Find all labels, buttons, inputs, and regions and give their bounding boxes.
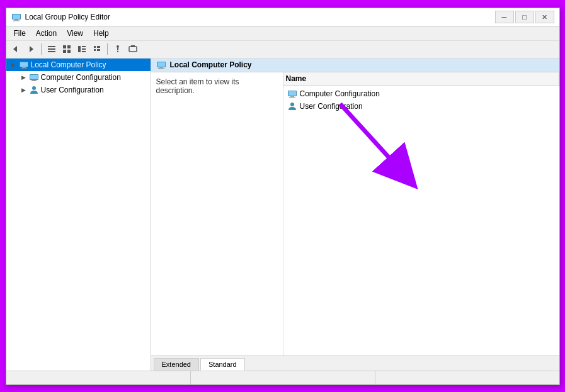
svg-rect-24 (129, 47, 137, 52)
svg-point-34 (32, 86, 36, 90)
close-button[interactable]: ✕ (535, 11, 554, 23)
menu-action[interactable]: Action (31, 28, 62, 39)
status-section-1 (6, 371, 191, 384)
description-text: Select an item to view its description. (156, 77, 239, 95)
user-config-expander[interactable]: ▶ (19, 85, 29, 95)
svg-rect-22 (117, 48, 118, 50)
svg-rect-27 (20, 62, 28, 67)
user-config-list-icon (287, 101, 297, 111)
name-column: Name (283, 72, 559, 356)
maximize-button[interactable]: □ (515, 11, 534, 23)
svg-rect-17 (94, 46, 96, 48)
right-body-wrapper: Select an item to view its description. … (151, 72, 559, 356)
tree-computer-config[interactable]: ▶ Computer Configuration (6, 71, 151, 84)
svg-rect-10 (67, 45, 71, 48)
svg-rect-21 (117, 45, 119, 48)
help-icon (113, 45, 122, 53)
menu-help[interactable]: Help (88, 28, 114, 39)
main-content: ▶ Local Computer Policy ▶ (6, 59, 559, 371)
view-details-icon (47, 45, 56, 53)
computer-list-icon (288, 89, 297, 98)
svg-rect-13 (78, 46, 81, 52)
svg-rect-23 (117, 51, 118, 52)
menu-view[interactable]: View (62, 28, 88, 39)
status-section-3 (375, 371, 559, 384)
view-list-icon (62, 45, 71, 53)
description-column: Select an item to view its description. (151, 72, 283, 356)
view-details-button[interactable] (45, 42, 59, 56)
view-list-button[interactable] (60, 42, 74, 56)
user-icon (30, 86, 38, 94)
right-panel: Local Computer Policy Select an item to … (151, 59, 559, 371)
right-header-policy-icon (157, 60, 166, 69)
tree-root[interactable]: ▶ Local Computer Policy (6, 59, 151, 71)
computer-config-label: Computer Configuration (41, 73, 121, 82)
svg-rect-36 (157, 62, 165, 67)
main-window: Local Group Policy Editor ─ □ ✕ File Act… (6, 8, 560, 385)
right-header-icon (156, 60, 166, 70)
toolbar (6, 41, 559, 59)
right-header-title: Local Computer Policy (170, 60, 252, 69)
svg-rect-42 (289, 97, 295, 98)
svg-rect-3 (13, 21, 20, 21)
right-body: Select an item to view its description. … (151, 72, 559, 356)
root-label: Local Computer Policy (31, 60, 106, 69)
list-item-user-config[interactable]: User Configuration (283, 100, 559, 113)
window-title: Local Group Policy Editor (25, 13, 110, 21)
svg-marker-4 (13, 46, 17, 52)
menu-file[interactable]: File (9, 28, 31, 39)
svg-rect-18 (97, 46, 100, 48)
view-icon-button[interactable] (75, 42, 89, 56)
svg-rect-33 (31, 81, 37, 81)
svg-rect-2 (14, 20, 18, 21)
svg-rect-32 (32, 80, 36, 81)
computer-icon (30, 73, 38, 82)
minimize-button[interactable]: ─ (495, 11, 514, 23)
toolbar-separator-1 (41, 43, 42, 55)
root-icon (19, 60, 29, 70)
svg-rect-31 (30, 75, 38, 79)
svg-rect-16 (82, 51, 86, 52)
svg-rect-7 (48, 48, 55, 50)
svg-rect-12 (67, 50, 71, 53)
extra-icon (128, 45, 137, 53)
svg-rect-38 (158, 68, 164, 69)
user-list-icon (288, 102, 297, 111)
toolbar-separator-2 (107, 43, 108, 55)
title-bar: Local Group Policy Editor ─ □ ✕ (6, 8, 559, 27)
name-items-list: Computer Configuration Us (283, 86, 559, 114)
computer-config-list-label: Computer Configuration (300, 89, 380, 98)
svg-rect-14 (82, 46, 86, 47)
svg-rect-8 (48, 51, 55, 52)
title-bar-left: Local Group Policy Editor (11, 12, 110, 22)
name-header-label: Name (286, 74, 307, 83)
svg-rect-28 (22, 67, 26, 68)
view-icon-icon (77, 45, 86, 53)
svg-rect-9 (63, 45, 66, 48)
tree-panel: ▶ Local Computer Policy ▶ (6, 59, 151, 371)
tab-extended[interactable]: Extended (154, 358, 199, 371)
extra-button[interactable] (126, 42, 140, 56)
svg-rect-40 (288, 91, 296, 96)
list-item-computer-config[interactable]: Computer Configuration (283, 87, 559, 100)
forward-button[interactable] (24, 42, 38, 56)
computer-config-expander[interactable]: ▶ (19, 72, 29, 82)
tab-standard[interactable]: Standard (200, 358, 245, 371)
help-button[interactable] (111, 42, 125, 56)
title-controls: ─ □ ✕ (495, 11, 554, 23)
user-config-icon (29, 85, 39, 95)
view-small-button[interactable] (90, 42, 104, 56)
svg-rect-20 (97, 49, 100, 51)
tree-user-config[interactable]: ▶ User Configuration (6, 84, 151, 96)
menu-bar: File Action View Help (6, 27, 559, 41)
svg-rect-25 (131, 45, 135, 47)
user-config-list-label: User Configuration (300, 102, 363, 111)
status-bar (6, 371, 559, 384)
svg-rect-37 (159, 67, 163, 68)
root-expander[interactable]: ▶ (9, 60, 19, 70)
back-button[interactable] (9, 42, 23, 56)
name-column-header: Name (283, 72, 559, 86)
right-header: Local Computer Policy (151, 59, 559, 72)
svg-point-43 (290, 103, 294, 106)
svg-rect-6 (48, 46, 55, 47)
